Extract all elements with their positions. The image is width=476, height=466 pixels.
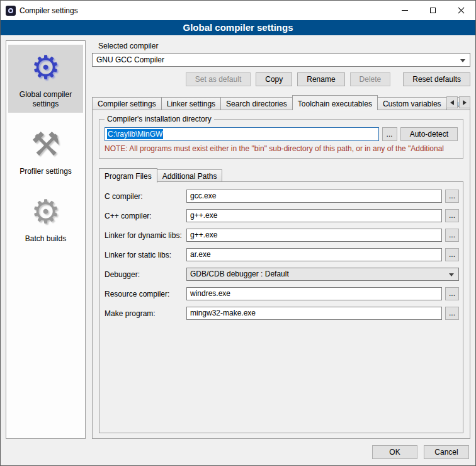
dialog-footer: OK Cancel: [1, 439, 475, 465]
main-panel: Selected compiler GNU GCC Compiler Set a…: [92, 40, 470, 439]
compiler-button-row: Set as default Copy Rename Delete Reset …: [92, 72, 470, 86]
installation-note: NOTE: All programs must exist either in …: [105, 144, 458, 153]
field-label: Linker for static libs:: [105, 251, 186, 259]
tab-toolchain-executables[interactable]: Toolchain executables: [292, 95, 378, 110]
rename-button[interactable]: Rename: [297, 72, 344, 86]
installation-directory-title: Compiler's installation directory: [105, 115, 214, 123]
dialog-body: ⚙ Global compiler settings ⚒ Profiler se…: [1, 35, 475, 439]
cpp-compiler-input[interactable]: g++.exe: [186, 209, 442, 222]
minimize-icon: [402, 10, 408, 11]
gear-icon: ⚙: [31, 47, 60, 88]
close-button[interactable]: [447, 1, 475, 20]
installation-directory-input[interactable]: C:\raylib\MinGW: [105, 127, 379, 141]
path-selected-text: C:\raylib\MinGW: [107, 129, 163, 139]
subtab-program-files[interactable]: Program Files: [99, 168, 157, 183]
minimize-button[interactable]: [390, 1, 419, 20]
subtab-additional-paths[interactable]: Additional Paths: [157, 169, 223, 182]
c-compiler-input[interactable]: gcc.exe: [186, 190, 442, 203]
cpp-compiler-browse-button[interactable]: ...: [445, 209, 459, 222]
chevron-down-icon: [460, 59, 465, 62]
dynamic-linker-browse-button[interactable]: ...: [445, 229, 459, 242]
tab-search-directories[interactable]: Search directories: [220, 97, 293, 110]
arrow-left-icon: [450, 100, 454, 105]
batch-gears-icon: ⚙: [31, 191, 60, 232]
field-label: Make program:: [105, 309, 186, 318]
cancel-button[interactable]: Cancel: [424, 445, 469, 459]
tab-custom-variables[interactable]: Custom variables: [377, 97, 447, 110]
profiler-tool-icon: ⚒: [31, 124, 60, 164]
sidebar-item-global-compiler-settings[interactable]: ⚙ Global compiler settings: [8, 45, 83, 113]
set-as-default-button[interactable]: Set as default: [186, 72, 251, 86]
tab-compiler-settings[interactable]: Compiler settings: [92, 97, 162, 110]
compiler-settings-window: Compiler settings Global compiler settin…: [0, 0, 476, 466]
selected-compiler-label: Selected compiler: [98, 42, 470, 50]
field-row-debugger: Debugger: GDB/CDB debugger : Default: [105, 268, 459, 281]
field-label: C++ compiler:: [105, 212, 186, 220]
make-program-browse-button[interactable]: ...: [445, 307, 459, 320]
program-files-tabstrip: Program Files Additional Paths: [99, 168, 463, 182]
toolchain-executables-page: Compiler's installation directory C:\ray…: [92, 110, 470, 439]
debugger-select[interactable]: GDB/CDB debugger : Default: [186, 268, 459, 281]
settings-tabstrip: Compiler settings Linker settings Search…: [92, 94, 470, 110]
compiler-select-value: GNU GCC Compiler: [96, 55, 164, 64]
debugger-select-value: GDB/CDB debugger : Default: [190, 270, 289, 278]
field-row-c-compiler: C compiler: gcc.exe ...: [105, 190, 459, 203]
maximize-button[interactable]: [419, 1, 447, 20]
field-label: Debugger:: [105, 270, 186, 279]
window-title: Compiler settings: [20, 6, 390, 15]
compiler-select[interactable]: GNU GCC Compiler: [92, 53, 470, 67]
sidebar-item-label: Global compiler settings: [9, 90, 82, 109]
tab-scroll-left-button[interactable]: [446, 96, 458, 108]
arrow-right-icon: [463, 100, 467, 105]
dynamic-linker-input[interactable]: g++.exe: [186, 229, 442, 242]
static-linker-browse-button[interactable]: ...: [445, 248, 459, 261]
tabs-viewport: Compiler settings Linker settings Search…: [92, 95, 470, 110]
titlebar: Compiler settings: [1, 1, 475, 20]
tab-scroll-right-button[interactable]: [459, 96, 470, 108]
sidebar-item-batch-builds[interactable]: ⚙ Batch builds: [8, 189, 83, 247]
resource-compiler-browse-button[interactable]: ...: [445, 287, 459, 300]
field-row-static-linker: Linker for static libs: ar.exe ...: [105, 248, 459, 261]
field-row-cpp-compiler: C++ compiler: g++.exe ...: [105, 209, 459, 222]
tab-linker-settings[interactable]: Linker settings: [161, 97, 221, 110]
copy-button[interactable]: Copy: [256, 72, 292, 86]
auto-detect-button[interactable]: Auto-detect: [400, 127, 458, 141]
reset-defaults-button[interactable]: Reset defaults: [403, 72, 470, 86]
browse-directory-button[interactable]: ...: [382, 127, 397, 141]
resource-compiler-input[interactable]: windres.exe: [186, 287, 442, 300]
c-compiler-browse-button[interactable]: ...: [445, 190, 459, 203]
field-row-resource-compiler: Resource compiler: windres.exe ...: [105, 287, 459, 300]
sidebar-item-label: Batch builds: [25, 234, 66, 244]
app-icon: [6, 6, 16, 16]
sidebar-item-profiler-settings[interactable]: ⚒ Profiler settings: [8, 122, 83, 180]
chevron-down-icon: [449, 273, 454, 276]
field-row-dynamic-linker: Linker for dynamic libs: g++.exe ...: [105, 229, 459, 242]
ok-button[interactable]: OK: [372, 445, 417, 459]
static-linker-input[interactable]: ar.exe: [186, 248, 442, 261]
field-label: C compiler:: [105, 192, 186, 201]
installation-directory-row: C:\raylib\MinGW ... Auto-detect: [105, 127, 458, 141]
dialog-header: Global compiler settings: [1, 20, 475, 35]
close-icon: [458, 7, 465, 14]
installation-directory-group: Compiler's installation directory C:\ray…: [99, 119, 463, 159]
make-program-input[interactable]: mingw32-make.exe: [186, 307, 442, 320]
program-files-page: C compiler: gcc.exe ... C++ compiler: g+…: [99, 181, 463, 433]
field-label: Linker for dynamic libs:: [105, 231, 186, 240]
sidebar-item-label: Profiler settings: [20, 167, 72, 176]
tab-scroll-controls: [446, 96, 470, 108]
field-row-make-program: Make program: mingw32-make.exe ...: [105, 307, 459, 320]
settings-sidebar: ⚙ Global compiler settings ⚒ Profiler se…: [6, 40, 86, 439]
delete-button[interactable]: Delete: [350, 72, 391, 86]
maximize-icon: [430, 8, 436, 13]
field-label: Resource compiler:: [105, 290, 186, 298]
